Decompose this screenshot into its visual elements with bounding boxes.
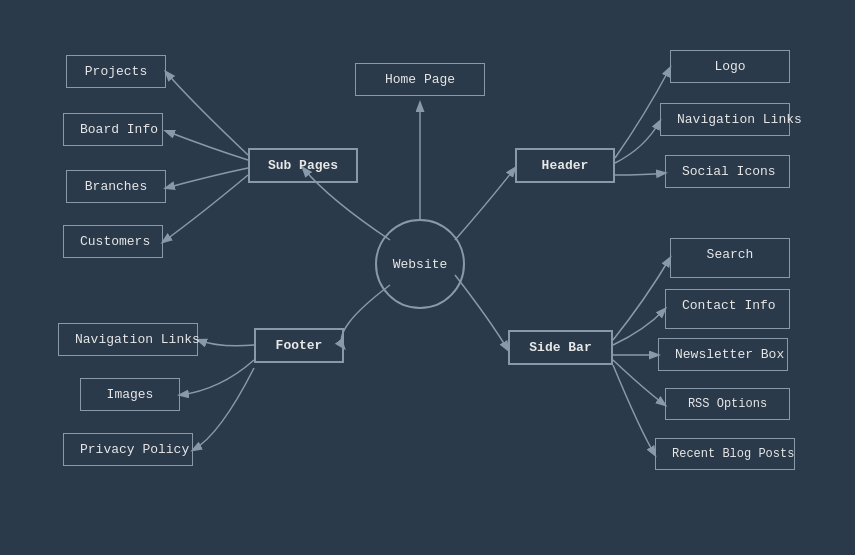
rss-options-node: RSS Options	[665, 388, 790, 420]
sub-pages-node: Sub Pages	[248, 148, 358, 183]
contact-info-label: Contact Info	[682, 298, 776, 313]
header-nav-links-node: Navigation Links	[660, 103, 790, 136]
branches-node: Branches	[66, 170, 166, 203]
social-icons-label: Social Icons	[682, 164, 776, 179]
header-node: Header	[515, 148, 615, 183]
header-label: Header	[542, 158, 589, 173]
logo-label: Logo	[714, 59, 745, 74]
footer-nav-links-label: Navigation Links	[75, 332, 200, 347]
newsletter-box-label: Newsletter Box	[675, 347, 784, 362]
sidebar-node: Side Bar	[508, 330, 613, 365]
newsletter-box-node: Newsletter Box	[658, 338, 788, 371]
images-node: Images	[80, 378, 180, 411]
search-label: Search	[707, 247, 754, 262]
social-icons-node: Social Icons	[665, 155, 790, 188]
privacy-policy-node: Privacy Policy	[63, 433, 193, 466]
sub-pages-label: Sub Pages	[268, 158, 338, 173]
website-node: Website	[375, 219, 465, 309]
search-node: Search	[670, 238, 790, 278]
home-page-node: Home Page	[355, 63, 485, 96]
board-info-label: Board Info	[80, 122, 158, 137]
board-info-node: Board Info	[63, 113, 163, 146]
projects-label: Projects	[85, 64, 147, 79]
rss-options-label: RSS Options	[688, 397, 767, 411]
customers-node: Customers	[63, 225, 163, 258]
sidebar-label: Side Bar	[529, 340, 591, 355]
website-label: Website	[393, 257, 448, 272]
footer-label: Footer	[276, 338, 323, 353]
footer-node: Footer	[254, 328, 344, 363]
footer-nav-links-node: Navigation Links	[58, 323, 198, 356]
branches-label: Branches	[85, 179, 147, 194]
contact-info-node: Contact Info	[665, 289, 790, 329]
privacy-policy-label: Privacy Policy	[80, 442, 189, 457]
recent-blog-posts-label: Recent Blog Posts	[672, 447, 794, 461]
recent-blog-posts-node: Recent Blog Posts	[655, 438, 795, 470]
logo-node: Logo	[670, 50, 790, 83]
images-label: Images	[107, 387, 154, 402]
header-nav-links-label: Navigation Links	[677, 112, 802, 127]
projects-node: Projects	[66, 55, 166, 88]
customers-label: Customers	[80, 234, 150, 249]
home-page-label: Home Page	[385, 72, 455, 87]
